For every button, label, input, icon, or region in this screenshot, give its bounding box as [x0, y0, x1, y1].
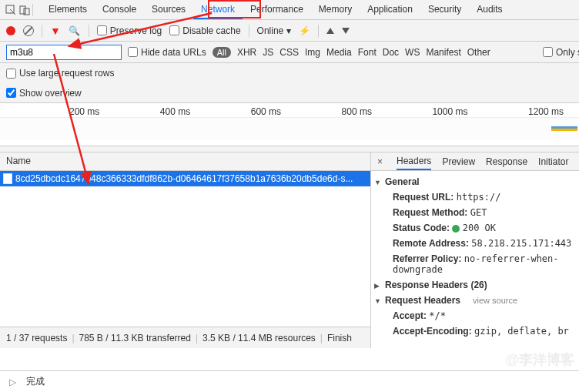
show-overview-label: Show overview — [19, 88, 82, 99]
tick: 1200 ms — [528, 106, 564, 117]
status-resources: 3.5 KB / 11.4 MB resources — [202, 333, 316, 343]
tab-security[interactable]: Security — [420, 0, 469, 19]
request-list-empty — [0, 186, 370, 327]
record-button[interactable] — [6, 26, 15, 35]
inspect-icon[interactable] — [5, 4, 17, 16]
svg-rect-1 — [20, 6, 25, 14]
separator — [42, 25, 42, 37]
tab-initiator[interactable]: Initiator — [538, 154, 568, 169]
separator — [318, 25, 319, 37]
large-rows-label: Use large request rows — [19, 68, 114, 79]
timeline-ticks: 200 ms 400 ms 600 ms 800 ms 1000 ms 1200… — [0, 103, 579, 117]
hide-data-urls-label: Hide data URLs — [141, 47, 206, 58]
filter-type-css[interactable]: CSS — [279, 47, 299, 58]
column-header-name[interactable]: Name — [0, 152, 370, 171]
filter-type-other[interactable]: Other — [467, 47, 490, 58]
detail-tabs: × Headers Preview Response Initiator Ti — [371, 152, 579, 171]
filter-bar: Hide data URLs All XHR JS CSS Img Media … — [0, 42, 579, 63]
kv-remote-address: Remote Address: 58.218.215.171:443 — [374, 236, 579, 251]
tab-audits[interactable]: Audits — [469, 0, 510, 19]
preserve-log-label: Preserve log — [110, 25, 162, 36]
tab-console[interactable]: Console — [95, 0, 144, 19]
section-response-headers[interactable]: Response Headers (26) — [374, 277, 579, 293]
export-har-icon[interactable] — [342, 28, 350, 34]
request-name: 8cd25dbcdc1647b48c366333dfdf862b-d064646… — [15, 173, 353, 184]
only-show-label: Only show re — [556, 47, 579, 58]
large-rows-checkbox[interactable]: Use large request rows — [6, 68, 114, 79]
tab-preview[interactable]: Preview — [442, 154, 475, 169]
kv-status-code: Status Code: 200 OK — [374, 220, 579, 236]
panel-tabs: Elements Console Sources Network Perform… — [41, 0, 510, 19]
tick: 400 ms — [160, 106, 190, 117]
clear-button[interactable] — [23, 25, 34, 36]
tab-performance[interactable]: Performance — [243, 0, 311, 19]
filter-type-all[interactable]: All — [213, 47, 231, 58]
filter-type-manifest[interactable]: Manifest — [426, 47, 460, 58]
tab-network[interactable]: Network — [193, 0, 243, 19]
tab-application[interactable]: Application — [360, 0, 420, 19]
network-toolbar: ▼ 🔍 Preserve log Disable cache Online ▾ … — [0, 20, 579, 42]
separator — [249, 25, 249, 37]
tab-response[interactable]: Response — [486, 154, 527, 169]
separator — [32, 4, 33, 16]
disable-cache-checkbox[interactable]: Disable cache — [169, 25, 240, 36]
filter-icon[interactable]: ▼ — [50, 25, 61, 37]
option-row-2: Show overview — [0, 83, 579, 103]
hide-data-urls-checkbox[interactable]: Hide data URLs — [128, 47, 206, 58]
filter-type-doc[interactable]: Doc — [383, 47, 399, 58]
offline-icon[interactable]: ⚡ — [299, 25, 310, 36]
detail-pane: × Headers Preview Response Initiator Ti … — [371, 152, 579, 348]
status-transferred: 785 B / 11.3 KB transferred — [79, 333, 191, 343]
tick: 800 ms — [342, 106, 372, 117]
request-row[interactable]: 8cd25dbcdc1647b48c366333dfdf862b-d064646… — [0, 171, 370, 186]
status-bar: 1 / 37 requests| 785 B / 11.3 KB transfe… — [0, 327, 370, 348]
timeline-overview[interactable]: 200 ms 400 ms 600 ms 800 ms 1000 ms 1200… — [0, 103, 579, 146]
timeline-request-bar — [551, 126, 577, 131]
tab-memory[interactable]: Memory — [311, 0, 360, 19]
filter-input[interactable] — [6, 45, 122, 60]
kv-request-method: Request Method: GET — [374, 205, 579, 220]
tick: 600 ms — [251, 106, 281, 117]
request-list-pane: Name 8cd25dbcdc1647b48c366333dfdf862b-d0… — [0, 152, 371, 348]
close-detail-button[interactable]: × — [374, 156, 386, 167]
status-finish: Finish — [327, 333, 352, 343]
devtools-topbar: Elements Console Sources Network Perform… — [0, 0, 579, 20]
separator — [89, 25, 89, 37]
footer-status: 完成 — [26, 375, 45, 388]
filter-type-media[interactable]: Media — [326, 47, 352, 58]
import-har-icon[interactable] — [326, 28, 334, 34]
filter-type-ws[interactable]: WS — [405, 47, 420, 58]
kv-accept-encoding: Accept-Encoding: gzip, deflate, br — [374, 323, 579, 339]
disable-cache-label: Disable cache — [182, 25, 240, 36]
file-icon — [3, 173, 12, 184]
throttle-select[interactable]: Online ▾ — [257, 25, 291, 36]
view-source-link[interactable]: view source — [473, 296, 517, 305]
tab-sources[interactable]: Sources — [144, 0, 193, 19]
main-split: Name 8cd25dbcdc1647b48c366333dfdf862b-d0… — [0, 152, 579, 348]
tab-elements[interactable]: Elements — [41, 0, 95, 19]
search-icon[interactable]: 🔍 — [69, 25, 81, 37]
play-icon[interactable]: ▷ — [6, 376, 18, 388]
only-show-checkbox[interactable]: Only show re — [543, 47, 579, 58]
kv-referrer-policy: Referrer Policy: no-referrer-when-downgr… — [374, 251, 579, 277]
tick: 1000 ms — [432, 106, 467, 117]
filter-type-xhr[interactable]: XHR — [237, 47, 256, 58]
kv-request-url: Request URL: https:// — [374, 189, 579, 205]
tab-headers[interactable]: Headers — [397, 153, 431, 170]
status-requests: 1 / 37 requests — [6, 333, 67, 343]
section-request-headers[interactable]: Request Headersview source — [374, 293, 579, 308]
kv-accept: Accept: */* — [374, 308, 579, 323]
preserve-log-checkbox[interactable]: Preserve log — [97, 25, 162, 36]
timeline-grid — [0, 117, 579, 140]
section-general[interactable]: General — [374, 174, 579, 189]
headers-detail: General Request URL: https:// Request Me… — [371, 171, 579, 339]
device-toggle-icon[interactable] — [18, 4, 31, 16]
tick: 200 ms — [69, 106, 99, 117]
option-row-1: Use large request rows — [0, 63, 579, 83]
splitter[interactable] — [0, 146, 579, 152]
filter-type-js[interactable]: JS — [263, 47, 273, 58]
filter-type-font[interactable]: Font — [358, 47, 377, 58]
filter-type-img[interactable]: Img — [305, 47, 320, 58]
show-overview-checkbox[interactable]: Show overview — [6, 88, 82, 99]
browser-footer: ▷ 完成 — [0, 370, 579, 392]
